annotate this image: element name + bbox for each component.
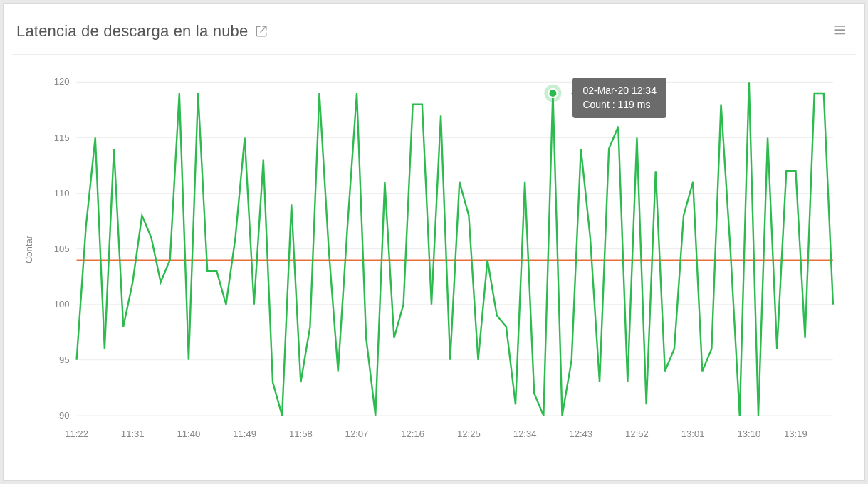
y-axis-label: Contar bbox=[23, 235, 34, 263]
y-tick-label: 120 bbox=[54, 76, 70, 87]
svg-rect-2 bbox=[835, 33, 845, 35]
x-tick-label: 13:19 bbox=[784, 428, 807, 439]
y-tick-label: 95 bbox=[59, 354, 70, 365]
x-tick-label: 13:01 bbox=[681, 428, 705, 439]
x-tick-label: 11:22 bbox=[65, 428, 88, 439]
y-tick-label: 90 bbox=[59, 410, 70, 421]
svg-rect-0 bbox=[835, 26, 845, 27]
x-tick-label: 12:52 bbox=[625, 428, 649, 439]
x-tick-label: 11:31 bbox=[121, 428, 145, 439]
x-tick-label: 13:10 bbox=[737, 428, 760, 439]
x-tick-label: 11:58 bbox=[289, 428, 313, 439]
line-chart[interactable]: 909510010511011512011:2211:3111:4011:491… bbox=[25, 68, 843, 459]
y-tick-label: 115 bbox=[54, 132, 70, 142]
card-title-wrap: Latencia de descarga en la nube bbox=[16, 22, 268, 41]
y-tick-label: 100 bbox=[54, 299, 70, 310]
x-tick-label: 11:40 bbox=[177, 428, 201, 439]
x-tick-label: 12:34 bbox=[513, 428, 537, 439]
card-header: Latencia de descarga en la nube bbox=[12, 18, 856, 55]
y-tick-label: 105 bbox=[54, 243, 70, 254]
y-tick-label: 110 bbox=[54, 188, 70, 199]
chart-area: Contar 909510010511011512011:2211:3111:4… bbox=[25, 68, 843, 459]
card-title: Latencia de descarga en la nube bbox=[16, 22, 248, 41]
x-tick-label: 12:43 bbox=[569, 428, 592, 439]
x-tick-label: 12:25 bbox=[457, 428, 481, 439]
highlight-marker bbox=[548, 89, 557, 98]
x-tick-label: 12:07 bbox=[345, 428, 369, 439]
x-tick-label: 11:49 bbox=[233, 428, 256, 439]
chart-card: Latencia de descarga en la nube Contar 9… bbox=[3, 3, 865, 481]
svg-rect-1 bbox=[835, 29, 845, 31]
card-menu-button[interactable] bbox=[827, 21, 852, 41]
external-link-icon[interactable] bbox=[255, 25, 268, 38]
x-tick-label: 12:16 bbox=[401, 428, 424, 439]
